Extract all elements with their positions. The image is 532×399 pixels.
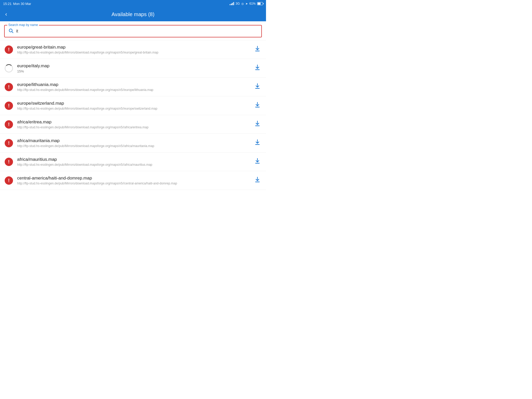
page-title: Available maps (8)	[111, 11, 154, 17]
map-info: africa/mauritius.maphttp://ftp-stud.hs-e…	[14, 157, 253, 167]
download-button[interactable]	[253, 138, 262, 149]
date: Mon 30 Mar	[13, 2, 31, 6]
download-button[interactable]	[253, 119, 262, 130]
map-info: africa/eritrea.maphttp://ftp-stud.hs-ess…	[14, 119, 253, 129]
map-name: europe/italy.map	[17, 63, 249, 69]
map-info: europe/great-britain.maphttp://ftp-stud.…	[14, 45, 253, 54]
download-button[interactable]	[253, 82, 262, 92]
battery-percent: 61%	[249, 2, 256, 5]
map-list: !europe/great-britain.maphttp://ftp-stud…	[0, 40, 266, 200]
battery-icon	[257, 2, 263, 5]
status-left: 15:21 Mon 30 Mar	[3, 2, 31, 6]
download-button[interactable]	[253, 63, 262, 74]
status-bar: 15:21 Mon 30 Mar 3G ◎ ➤ 61%	[0, 0, 266, 7]
search-icon	[8, 28, 14, 34]
list-item: !europe/great-britain.maphttp://ftp-stud…	[0, 40, 266, 59]
map-status-icon: !	[4, 176, 14, 185]
map-status-icon: !	[4, 82, 14, 92]
list-item: !central-america/haiti-and-domrep.maphtt…	[0, 171, 266, 190]
svg-line-1	[12, 32, 13, 33]
error-icon: !	[5, 45, 13, 54]
error-icon: !	[5, 102, 13, 110]
map-name: europe/lithuania.map	[17, 82, 249, 87]
map-info: europe/lithuania.maphttp://ftp-stud.hs-e…	[14, 82, 253, 92]
error-icon: !	[5, 176, 13, 185]
download-button[interactable]	[253, 156, 262, 167]
map-name: europe/great-britain.map	[17, 45, 249, 50]
error-icon: !	[5, 83, 13, 91]
map-url: http://ftp-stud.hs-esslingen.de/pub/Mirr…	[17, 107, 249, 110]
list-item: !europe/lithuania.maphttp://ftp-stud.hs-…	[0, 78, 266, 96]
map-status-icon: !	[4, 157, 14, 167]
map-name: central-america/haiti-and-domrep.map	[17, 176, 249, 181]
search-label: Search map by name	[7, 23, 39, 27]
time: 15:21	[3, 2, 12, 6]
list-item: europe/italy.map15%	[0, 59, 266, 78]
search-input[interactable]: it	[16, 29, 18, 34]
map-status-icon: !	[4, 120, 14, 129]
status-right: 3G ◎ ➤ 61%	[230, 2, 263, 5]
map-url: http://ftp-stud.hs-esslingen.de/pub/Mirr…	[17, 125, 249, 129]
download-button[interactable]	[253, 44, 262, 55]
map-url: http://ftp-stud.hs-esslingen.de/pub/Mirr…	[17, 163, 249, 167]
loading-icon	[5, 64, 13, 72]
map-url: http://ftp-stud.hs-esslingen.de/pub/Mirr…	[17, 88, 249, 92]
back-button[interactable]: ‹	[3, 9, 9, 20]
map-url: http://ftp-stud.hs-esslingen.de/pub/Mirr…	[17, 182, 249, 185]
map-info: europe/switzerland.maphttp://ftp-stud.hs…	[14, 101, 253, 110]
list-item: !africa/mauritania.maphttp://ftp-stud.hs…	[0, 134, 266, 152]
header: ‹ Available maps (8)	[0, 7, 266, 21]
network-type: 3G	[236, 2, 240, 5]
map-status-icon: !	[4, 138, 14, 148]
map-info: europe/italy.map15%	[14, 63, 253, 73]
list-item: !europe/switzerland.maphttp://ftp-stud.h…	[0, 96, 266, 115]
map-status-icon: !	[4, 101, 14, 110]
error-icon: !	[5, 120, 13, 129]
search-container: Search map by name it	[0, 21, 266, 40]
error-icon: !	[5, 158, 13, 166]
download-button[interactable]	[253, 175, 262, 186]
error-icon: !	[5, 139, 13, 147]
map-status-icon	[4, 64, 14, 73]
map-progress: 15%	[17, 69, 249, 73]
direction-icon: ➤	[245, 2, 248, 5]
map-info: africa/mauritania.maphttp://ftp-stud.hs-…	[14, 138, 253, 148]
battery-fill	[258, 3, 261, 5]
map-name: europe/switzerland.map	[17, 101, 249, 106]
map-name: africa/eritrea.map	[17, 119, 249, 125]
map-url: http://ftp-stud.hs-esslingen.de/pub/Mirr…	[17, 144, 249, 148]
location-icon: ◎	[241, 2, 244, 5]
search-box[interactable]: Search map by name it	[4, 25, 262, 37]
list-item: !africa/eritrea.maphttp://ftp-stud.hs-es…	[0, 115, 266, 134]
map-name: africa/mauritius.map	[17, 157, 249, 162]
list-item: !africa/mauritius.maphttp://ftp-stud.hs-…	[0, 152, 266, 171]
map-url: http://ftp-stud.hs-esslingen.de/pub/Mirr…	[17, 51, 249, 54]
map-status-icon: !	[4, 45, 14, 54]
signal-bars-icon	[230, 2, 234, 5]
map-name: africa/mauritania.map	[17, 138, 249, 143]
map-info: central-america/haiti-and-domrep.maphttp…	[14, 176, 253, 185]
download-button[interactable]	[253, 100, 262, 111]
